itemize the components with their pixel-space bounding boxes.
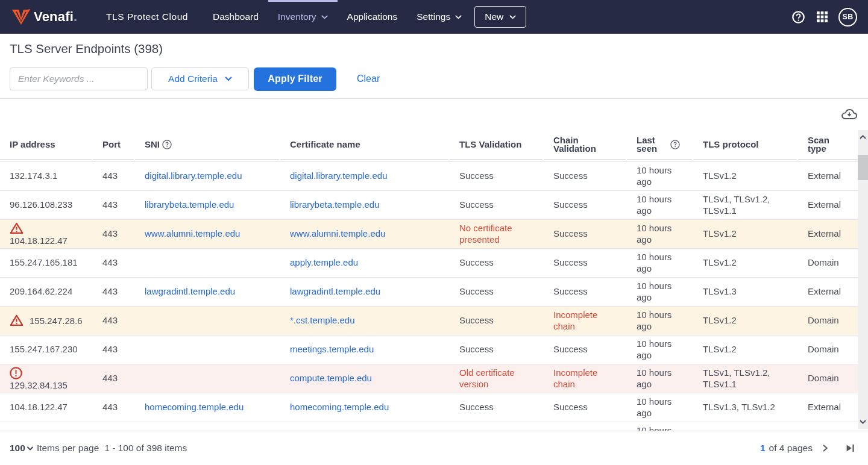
certificate-link[interactable]: librarybeta.temple.edu (290, 199, 379, 210)
sni-link[interactable]: homecoming.temple.edu (145, 402, 244, 412)
scroll-down-arrow[interactable] (858, 417, 868, 427)
cell-chain-validation: Success (543, 190, 626, 219)
skip-to-last-icon (846, 445, 854, 452)
new-button[interactable]: New (474, 6, 526, 28)
certificate-link[interactable]: lawgradintl.temple.edu (290, 286, 380, 296)
nav-items: TLS Protect Cloud Dashboard Inventory Ap… (96, 0, 526, 34)
brand-dot: . (74, 9, 77, 24)
cell-port: 443 (92, 277, 134, 306)
cell-ip-address: 96.126.108.233 (0, 190, 92, 219)
cell-ip-address: 155.247.167.230 (0, 335, 92, 364)
certificate-link[interactable]: compute.temple.edu (290, 373, 372, 383)
nav-right: SB (792, 0, 857, 34)
cell-port: 443 (92, 393, 134, 422)
cell-certificate-name: www.alumni.temple.edu (280, 219, 449, 248)
app-grid-button[interactable] (817, 11, 828, 22)
col-header-scan-type[interactable]: Scan type (797, 130, 858, 159)
cell-tls-protocol: TLSv1, TLSv1.2, TLSv1.1 (693, 190, 797, 219)
col-header-tls-validation[interactable]: TLS Validation (449, 130, 543, 159)
table-row[interactable]: 155.247.165.181443apply.temple.eduSucces… (0, 248, 858, 277)
cell-chain-validation: Success (543, 161, 626, 190)
cell-tls-protocol: TLSv1.2 (693, 335, 797, 364)
scroll-up-arrow[interactable] (858, 132, 868, 142)
table-row[interactable]: 104.18.122.47443www.alumni.temple.eduwww… (0, 219, 858, 248)
sni-link[interactable]: librarybeta.temple.edu (145, 199, 234, 210)
sni-link[interactable]: digital.library.temple.edu (145, 170, 242, 181)
col-header-ip-address[interactable]: IP address (0, 130, 92, 159)
app-grid-icon (817, 11, 828, 22)
certificate-link[interactable]: apply.temple.edu (290, 257, 358, 267)
certificate-link[interactable]: *.cst.temple.edu (290, 315, 355, 325)
nav-item-applications[interactable]: Applications (338, 0, 407, 34)
cell-scan-type: Domain (797, 306, 858, 335)
table-scrollbar[interactable] (858, 130, 868, 429)
cell-ip-address: 132.174.3.1 (0, 161, 92, 190)
table-row[interactable]: 132.174.3.1443digital.library.temple.edu… (0, 161, 858, 190)
nav-item-tls-protect-cloud[interactable]: TLS Protect Cloud (96, 0, 198, 34)
nav-item-settings[interactable]: Settings (407, 0, 471, 34)
table-row[interactable]: 209.164.62.224443lawgradintl.temple.edul… (0, 277, 858, 306)
table-row[interactable]: 10 hours ago (0, 422, 858, 431)
cell-port: 443 (92, 306, 134, 335)
cell-sni: digital.library.temple.edu (134, 161, 280, 190)
cell-ip-address (0, 422, 92, 431)
next-page-button[interactable] (823, 445, 828, 452)
cell-port: 443 (92, 364, 134, 393)
col-header-chain-validation[interactable]: Chain Validation (543, 130, 626, 159)
venafi-logo[interactable]: Venafi. (12, 8, 77, 25)
cell-tls-validation: Success (449, 190, 543, 219)
page-size-select[interactable]: 100 (10, 443, 33, 454)
sni-link[interactable]: lawgradintl.temple.edu (145, 286, 235, 296)
cell-chain-validation: Incomplete chain (543, 306, 626, 335)
col-header-certificate-name[interactable]: Certificate name (280, 130, 449, 159)
export-cloud-download-icon[interactable] (841, 109, 857, 119)
certificate-link[interactable]: homecoming.temple.edu (290, 402, 389, 412)
table-row[interactable]: 129.32.84.135443compute.temple.eduOld ce… (0, 364, 858, 393)
sni-link[interactable]: www.alumni.temple.edu (145, 228, 240, 239)
chevron-down-icon (509, 15, 516, 19)
last-page-button[interactable] (846, 445, 854, 452)
cell-sni (134, 248, 280, 277)
cell-ip-address: 129.32.84.135 (0, 364, 92, 393)
cell-port: 443 (92, 219, 134, 248)
table-header-row: IP address Port SNI Certificate name TLS… (0, 130, 858, 159)
user-avatar[interactable]: SB (838, 8, 857, 27)
col-header-last-seen[interactable]: Last seen (626, 130, 693, 159)
certificate-link[interactable]: meetings.temple.edu (290, 344, 374, 354)
keywords-input[interactable] (10, 67, 148, 90)
cell-scan-type: Domain (797, 364, 858, 393)
clear-filter-link[interactable]: Clear (357, 73, 380, 84)
sni-help-icon[interactable] (162, 140, 172, 149)
chevron-down-icon (27, 446, 33, 451)
scrollbar-thumb[interactable] (858, 155, 868, 180)
cell-certificate-name: lawgradintl.temple.edu (280, 277, 449, 306)
cell-last-seen: 10 hours ago (626, 422, 693, 431)
current-page-number[interactable]: 1 (760, 443, 766, 454)
col-header-tls-protocol[interactable]: TLS protocol (693, 130, 797, 159)
apply-filter-button[interactable]: Apply Filter (254, 67, 336, 91)
nav-item-inventory[interactable]: Inventory (268, 0, 338, 34)
cell-last-seen: 10 hours ago (626, 277, 693, 306)
cell-ip-address: 104.18.122.47 (0, 219, 92, 248)
table-row[interactable]: 155.247.167.230443meetings.temple.eduSuc… (0, 335, 858, 364)
nav-item-dashboard[interactable]: Dashboard (203, 0, 268, 34)
items-range-label: 1 - 100 of 398 items (104, 443, 187, 454)
cell-ip-address: 104.18.122.47 (0, 393, 92, 422)
cell-tls-validation: Old certificate version (449, 364, 543, 393)
help-button[interactable] (792, 11, 805, 23)
table-row[interactable]: 104.18.122.47443homecoming.temple.eduhom… (0, 393, 858, 422)
certificate-link[interactable]: digital.library.temple.edu (290, 170, 387, 181)
cell-tls-validation: Success (449, 306, 543, 335)
cell-chain-validation: Incomplete chain (543, 364, 626, 393)
table-row[interactable]: 155.247.28.6443*.cst.temple.eduSuccessIn… (0, 306, 858, 335)
certificate-link[interactable]: www.alumni.temple.edu (290, 228, 385, 239)
col-header-sni[interactable]: SNI (134, 130, 280, 159)
add-criteria-button[interactable]: Add Criteria (151, 67, 249, 90)
cell-certificate-name: meetings.temple.edu (280, 335, 449, 364)
cell-scan-type: External (797, 393, 858, 422)
col-header-port[interactable]: Port (92, 130, 134, 159)
last-seen-help-icon[interactable] (670, 140, 680, 149)
cell-scan-type: Domain (797, 335, 858, 364)
table-row[interactable]: 96.126.108.233443librarybeta.temple.edul… (0, 190, 858, 219)
active-tab-indicator (268, 0, 338, 2)
